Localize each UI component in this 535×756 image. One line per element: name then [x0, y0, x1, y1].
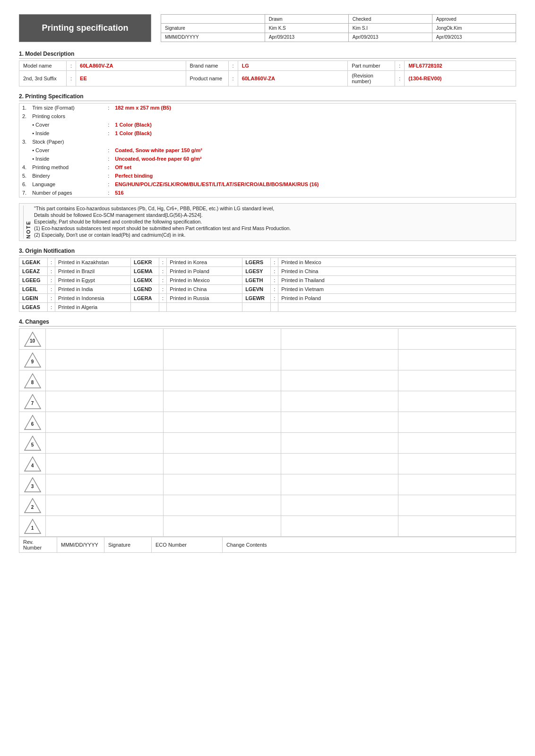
- origin-lgeak-code: LGEAK: [19, 258, 48, 267]
- origin-lgevn-colon: :: [271, 285, 278, 294]
- rev-number-9: 9: [31, 359, 34, 364]
- suffix-label: 2nd, 3rd Suffix: [19, 71, 67, 86]
- suffix-colon: :: [67, 71, 76, 86]
- rev-number-5: 5: [31, 442, 34, 447]
- spec-colon-2: [105, 112, 112, 120]
- spec-label-stock: Stock (Paper): [29, 137, 105, 146]
- notes-content: "This part contains Eco-hazardous substa…: [34, 206, 512, 239]
- brand-colon: :: [228, 61, 238, 71]
- spec-label-method: Printing method: [29, 163, 105, 172]
- approval-empty: [161, 15, 265, 24]
- model-row-1: Model name : 60LA860V-ZA Brand name : LG…: [19, 61, 516, 71]
- rev-cell-1: 1: [19, 516, 46, 537]
- revision-label: (Revision number): [348, 71, 395, 86]
- spec-value-inside1: 1 Color (Black): [112, 129, 516, 137]
- approval-date-approved: Apr/09/2013: [432, 33, 516, 42]
- origin-lgemx-code: LGEMX: [131, 276, 159, 285]
- section1-title: 1. Model Description: [19, 51, 516, 59]
- rev-triangle-2: 2: [24, 498, 42, 514]
- rev-triangle-9: 9: [24, 352, 42, 368]
- rev-number-3: 3: [31, 484, 34, 489]
- changes-cell: [163, 370, 281, 391]
- note-2: Details should be followed Eco-SCM manag…: [34, 212, 512, 218]
- spec-colon-7: :: [105, 189, 112, 197]
- spec-value-trim: 182 mm x 257 mm (B5): [112, 103, 516, 112]
- changes-cell: [281, 474, 398, 495]
- changes-cell: [46, 516, 164, 537]
- rev-cell-4: 4: [19, 454, 46, 474]
- origin-lgekr-text: Printed in Korea: [167, 258, 242, 267]
- spec-colon-3: [105, 137, 112, 146]
- spec-inside-color-row: • Inside : 1 Color (Black): [19, 129, 516, 137]
- origin-lgema-colon: :: [159, 267, 167, 276]
- changes-cell: [281, 350, 398, 370]
- rev-triangle-3: 3: [24, 477, 42, 493]
- origin-lgeas-colon: :: [48, 303, 55, 312]
- origin-lgeil-colon: :: [48, 285, 55, 294]
- spec-method-row: 4. Printing method : Off set: [19, 163, 516, 172]
- origin-empty-code1: [131, 303, 159, 312]
- spec-inside-stock-row: • Inside : Uncoated, wood-free paper 60 …: [19, 155, 516, 163]
- spec-value-stock: [112, 137, 516, 146]
- section4-title: 4. Changes: [19, 318, 516, 326]
- changes-cell: [46, 454, 164, 474]
- changes-row: 8: [19, 370, 516, 391]
- rev-triangle-4: 4: [24, 456, 42, 472]
- origin-lgemx-text: Printed in Mexico: [167, 276, 242, 285]
- spec-label-colors: Printing colors: [29, 112, 105, 120]
- changes-row: 10: [19, 329, 516, 350]
- origin-lgekr-code: LGEKR: [131, 258, 159, 267]
- brand-name-label: Brand name: [186, 61, 228, 71]
- spec-value-colors: [112, 112, 516, 120]
- changes-cell: [281, 454, 398, 474]
- rev-number-1: 1: [31, 525, 34, 531]
- spec-label-pages: Number of pages: [29, 189, 105, 197]
- changes-cell: [281, 370, 398, 391]
- spec-num-3: 3.: [19, 137, 29, 146]
- rev-cell-9: 9: [19, 350, 46, 370]
- changes-row: 4: [19, 454, 516, 474]
- approval-checked-header: Checked: [348, 15, 432, 24]
- changes-cell: [398, 412, 516, 433]
- spec-num-7: 7.: [19, 189, 29, 197]
- changes-cell: [46, 391, 164, 412]
- note-4: (1) Eco-hazardous substances test report…: [34, 225, 512, 231]
- header: Printing specification Drawn Checked App…: [19, 14, 516, 42]
- origin-empty-code2: [242, 303, 271, 312]
- origin-lgera-colon: :: [159, 294, 167, 303]
- changes-cell: [398, 433, 516, 454]
- footer-eco: ECO Number: [152, 537, 223, 553]
- rev-number-10: 10: [30, 338, 35, 344]
- spec-cover-color-row: • Cover : 1 Color (Black): [19, 120, 516, 129]
- origin-lgeil-text: Printed in India: [55, 285, 131, 294]
- spec-num-6: 6.: [19, 180, 29, 189]
- rev-cell-3: 3: [19, 474, 46, 495]
- rev-cell-5: 5: [19, 433, 46, 454]
- suffix-value: EE: [76, 71, 186, 86]
- title-box: Printing specification: [19, 14, 151, 42]
- origin-row-6: LGEAS : Printed in Algeria: [19, 303, 516, 312]
- spec-value-method: Off set: [112, 163, 516, 172]
- origin-lgeas-code: LGEAS: [19, 303, 48, 312]
- footer-table: Rev. Number MMM/DD/YYYY Signature ECO Nu…: [19, 537, 516, 553]
- spec-colon-cover: :: [105, 120, 112, 129]
- model-colon-1: :: [67, 61, 76, 71]
- note-5: (2) Especially, Don't use or contain lea…: [34, 232, 512, 238]
- rev-number-7: 7: [31, 401, 34, 406]
- model-desc-table: Model name : 60LA860V-ZA Brand name : LG…: [19, 60, 516, 86]
- spec-value-lang: ENG/HUN/POL/CZE/SLK/ROM/BUL/EST/LIT/LAT/…: [112, 180, 516, 189]
- changes-cell: [398, 370, 516, 391]
- spec-bindery-row: 5. Bindery : Perfect binding: [19, 172, 516, 180]
- spec-num-cover: [19, 120, 29, 129]
- footer-change: Change Contents: [223, 537, 516, 553]
- spec-num-inside1: [19, 129, 29, 137]
- origin-lgeeg-code: LGEEG: [19, 276, 48, 285]
- spec-num-5: 5.: [19, 172, 29, 180]
- origin-lgevn-text: Printed in Vietnam: [278, 285, 516, 294]
- changes-cell: [398, 495, 516, 516]
- changes-cell: [46, 495, 164, 516]
- approval-approved-header: Approved: [432, 15, 516, 24]
- product-name-label: Product name: [186, 71, 228, 86]
- origin-lgein-text: Printed in Indonesia: [55, 294, 131, 303]
- origin-row-2: LGEAZ : Printed in Brazil LGEMA : Printe…: [19, 267, 516, 276]
